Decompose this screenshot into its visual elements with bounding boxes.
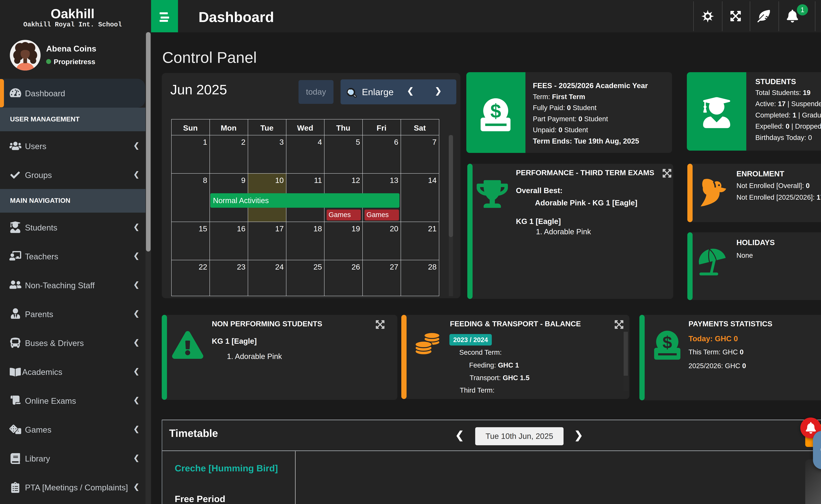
svg-text:$: $ — [663, 333, 672, 352]
svg-text:$: $ — [490, 100, 501, 122]
